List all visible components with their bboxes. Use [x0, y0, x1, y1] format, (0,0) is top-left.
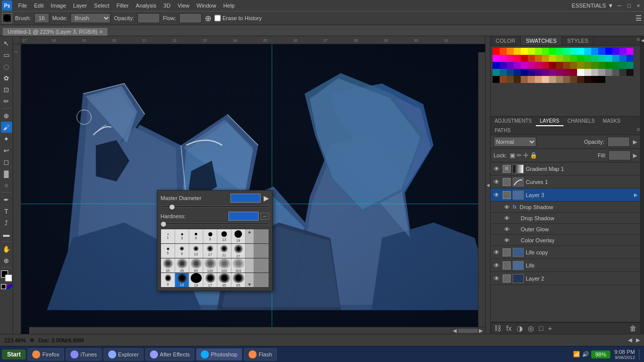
layer-link-btn[interactable]: ⛓: [493, 324, 503, 332]
start-button[interactable]: Start: [2, 349, 26, 359]
swatch-58[interactable]: [619, 62, 626, 69]
brush-cell-9soft[interactable]: 9: [175, 244, 189, 258]
swatch-2[interactable]: [507, 48, 514, 55]
flow-input[interactable]: 100%: [179, 13, 202, 23]
swatch-8[interactable]: [549, 48, 556, 55]
brush-cell-special-6[interactable]: 65: [231, 273, 246, 287]
swatch-28[interactable]: [549, 55, 556, 62]
swatch-30[interactable]: [563, 55, 570, 62]
tab-layers[interactable]: LAYERS: [536, 117, 564, 126]
swatch-41[interactable]: [500, 62, 507, 69]
tool-clone-stamp[interactable]: ✦: [1, 133, 12, 144]
swatch-49[interactable]: [556, 62, 563, 69]
swatch-12[interactable]: [577, 48, 584, 55]
effects-row[interactable]: 👁 fx Drop Shadow: [491, 202, 640, 213]
delete-layer-btn[interactable]: 🗑: [628, 324, 638, 332]
mode-select[interactable]: Brush: [70, 13, 111, 23]
workspace-dropdown-icon[interactable]: ▼: [608, 3, 613, 9]
tool-move[interactable]: ↖: [1, 38, 12, 49]
swatch-14[interactable]: [591, 48, 598, 55]
erase-to-history-checkbox[interactable]: [214, 13, 221, 23]
swatch-55[interactable]: [598, 62, 605, 69]
layer-row-life[interactable]: 👁 Life: [491, 259, 640, 272]
layer-row-layer2[interactable]: 👁 Layer 2: [491, 272, 640, 285]
swatch-40[interactable]: [493, 62, 500, 69]
swatch-54[interactable]: [591, 62, 598, 69]
swatch-29[interactable]: [556, 55, 563, 62]
swatch-35[interactable]: [598, 55, 605, 62]
swatch-74[interactable]: [591, 69, 598, 76]
canvas-scrollbar-h[interactable]: ◀ ▶: [29, 327, 485, 334]
swatch-25[interactable]: [528, 55, 535, 62]
lock-pixels-icon[interactable]: ▣: [510, 152, 515, 159]
tool-spot-heal[interactable]: ⊕: [1, 110, 12, 121]
layer-link-layer2[interactable]: [503, 275, 511, 283]
swatch-26[interactable]: [535, 55, 542, 62]
swatch-48[interactable]: [549, 62, 556, 69]
zoom-indicator-icon[interactable]: ⊕: [30, 337, 34, 343]
brush-cell-special-5[interactable]: 45: [217, 273, 231, 287]
layer-row-life-copy[interactable]: 👁 Life copy: [491, 246, 640, 259]
swatch-95[interactable]: [598, 76, 605, 83]
swatch-33[interactable]: [584, 55, 591, 62]
tool-crop[interactable]: ⊡: [1, 84, 12, 95]
fill-input[interactable]: 100%: [608, 150, 631, 160]
swatch-85[interactable]: [528, 76, 535, 83]
default-colors-icon[interactable]: [1, 284, 6, 289]
swatch-53[interactable]: [584, 62, 591, 69]
brush-cell-13px[interactable]: 13: [217, 229, 231, 243]
layers-opacity-input[interactable]: 100%: [607, 137, 630, 147]
swatch-5[interactable]: [528, 48, 535, 55]
swatch-21[interactable]: [500, 55, 507, 62]
swatch-19[interactable]: [626, 48, 633, 55]
swatch-38[interactable]: [619, 55, 626, 62]
menu-layer[interactable]: Layer: [70, 2, 90, 10]
layer-eye-curves[interactable]: 👁: [493, 178, 501, 186]
swatch-80[interactable]: [493, 76, 500, 83]
canvas-scrollbar-v[interactable]: [478, 52, 485, 327]
layer-fx-btn[interactable]: fx: [505, 324, 513, 332]
brush-cell-300soft[interactable]: 300: [231, 258, 246, 273]
swatch-45[interactable]: [528, 62, 535, 69]
lock-image-icon[interactable]: ✏: [517, 152, 522, 159]
swatch-65[interactable]: [528, 69, 535, 76]
tab-channels[interactable]: CHANNELS: [564, 117, 599, 126]
swatch-37[interactable]: [612, 55, 619, 62]
menu-3d[interactable]: 3D: [160, 2, 174, 10]
swatch-50[interactable]: [563, 62, 570, 69]
outer-glow-row[interactable]: 👁 Outer Glow: [491, 224, 640, 235]
swatch-44[interactable]: [521, 62, 528, 69]
layer-eye-life[interactable]: 👁: [493, 262, 501, 269]
swatch-9[interactable]: [556, 48, 563, 55]
swatch-27[interactable]: [542, 55, 549, 62]
tool-pen[interactable]: ✒: [1, 194, 12, 205]
swatch-79[interactable]: [626, 69, 633, 76]
tab-adjustments[interactable]: ADJUSTMENTS: [491, 117, 536, 126]
outer-glow-eye[interactable]: 👁: [503, 226, 511, 232]
tool-eraser[interactable]: ◻: [1, 156, 12, 167]
swatch-91[interactable]: [570, 76, 577, 83]
swatch-23[interactable]: [514, 55, 521, 62]
hardness-slider-thumb[interactable]: [161, 222, 166, 227]
swatch-4[interactable]: [521, 48, 528, 55]
diameter-arrow-icon[interactable]: ▶: [264, 194, 269, 202]
menu-image[interactable]: Image: [48, 2, 69, 10]
scroll-right-doc-btn[interactable]: ▶: [636, 337, 640, 343]
effects-eye[interactable]: 👁: [503, 204, 511, 210]
swatch-94[interactable]: [591, 76, 598, 83]
diameter-slider[interactable]: [160, 206, 269, 208]
brush-cell-special-3[interactable]: 19: [189, 273, 203, 287]
swatch-0[interactable]: [493, 48, 500, 55]
minimize-btn[interactable]: ─: [615, 3, 623, 9]
layer-link-life-copy[interactable]: [503, 248, 511, 256]
tool-zoom[interactable]: ⊕: [1, 255, 12, 266]
swatch-71[interactable]: [570, 69, 577, 76]
close-btn[interactable]: ×: [635, 3, 642, 9]
layer-link-gradient-map[interactable]: ⛓: [503, 165, 511, 173]
layer-eye-layer3[interactable]: 👁: [493, 192, 501, 199]
swatch-43[interactable]: [514, 62, 521, 69]
swatch-92[interactable]: [577, 76, 584, 83]
swatch-90[interactable]: [563, 76, 570, 83]
swatch-11[interactable]: [570, 48, 577, 55]
swatch-75[interactable]: [598, 69, 605, 76]
